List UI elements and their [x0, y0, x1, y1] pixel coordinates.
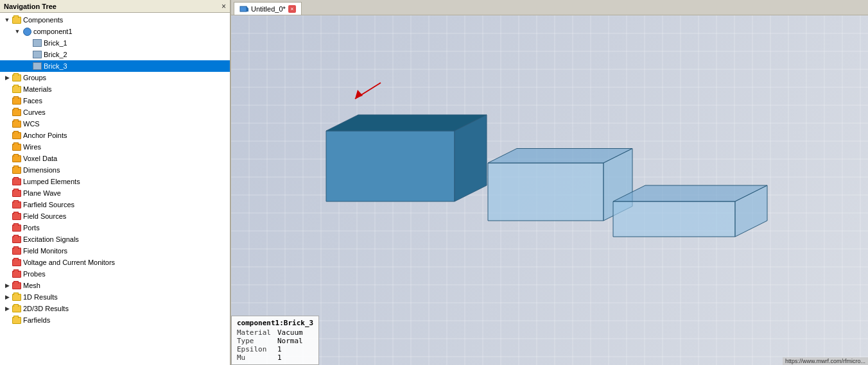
tree-item-mesh[interactable]: ▶Mesh — [0, 280, 230, 291]
tree-item-probes[interactable]: Probes — [0, 268, 230, 280]
navigation-tree: Navigation Tree × ▼Components▼component1… — [0, 0, 231, 365]
viewport: Untitled_0* × component1:Brick_3 Materia… — [231, 0, 868, 365]
tree-item-field-monitors[interactable]: Field Monitors — [0, 245, 230, 257]
tree-item-brick1[interactable]: Brick_1 — [0, 37, 230, 49]
tree-item-label: Probes — [23, 270, 46, 278]
folder-yellow-icon — [12, 84, 22, 94]
content-area: Navigation Tree × ▼Components▼component1… — [0, 0, 868, 365]
tree-item-excitation-signals[interactable]: Excitation Signals — [0, 233, 230, 245]
canvas-area[interactable]: component1:Brick_3 MaterialVacuumTypeNor… — [231, 15, 868, 365]
tree-item-voltage-current[interactable]: Voltage and Current Monitors — [0, 257, 230, 268]
folder-orange-icon — [12, 165, 22, 175]
svg-rect-0 — [240, 6, 247, 12]
tree-item-label: Brick_3 — [44, 62, 67, 70]
tree-item-wires[interactable]: Wires — [0, 141, 230, 153]
tree-item-faces[interactable]: Faces — [0, 95, 230, 106]
info-rows: MaterialVacuumTypeNormalEpsilon1Mu1 — [237, 328, 313, 362]
tree-item-dimensions[interactable]: Dimensions — [0, 164, 230, 176]
folder-red-icon — [12, 269, 22, 279]
tree-item-component1[interactable]: ▼component1 — [0, 26, 230, 37]
tree-item-farfields[interactable]: Farfields — [0, 314, 230, 326]
tree-item-label: WCS — [23, 120, 40, 128]
folder-red-icon — [12, 199, 22, 210]
tree-item-results-1d[interactable]: ▶1D Results — [0, 291, 230, 303]
brick-icon — [32, 38, 42, 48]
info-row-label: Type — [237, 337, 272, 345]
folder-yellow-icon — [12, 303, 22, 314]
info-row: Mu1 — [237, 353, 313, 362]
tree-item-label: Lumped Elements — [23, 178, 80, 185]
tree-item-label: Excitation Signals — [23, 235, 79, 243]
tree-item-label: Ports — [23, 224, 40, 232]
folder-yellow-icon — [12, 292, 22, 302]
folder-red-icon — [12, 246, 22, 256]
info-overlay: component1:Brick_3 MaterialVacuumTypeNor… — [231, 316, 319, 365]
tree-item-label: Components — [23, 16, 63, 24]
tree-item-label: Dimensions — [23, 166, 60, 174]
tree-item-field-sources[interactable]: Field Sources — [0, 210, 230, 222]
brick-icon — [32, 49, 42, 60]
folder-red-icon — [12, 257, 22, 267]
info-row-label: Epsilon — [237, 345, 272, 353]
folder-yellow-icon — [12, 15, 22, 25]
tree-item-results-2d3d[interactable]: ▶2D/3D Results — [0, 303, 230, 314]
tab-untitled[interactable]: Untitled_0* × — [234, 2, 302, 15]
tree-item-farfield-sources[interactable]: Farfield Sources — [0, 199, 230, 210]
tree-item-curves[interactable]: Curves — [0, 106, 230, 118]
nav-tree-title: Navigation Tree — [4, 3, 56, 10]
folder-red-icon — [12, 188, 22, 198]
folder-red-icon — [12, 176, 22, 187]
tree-item-groups[interactable]: ▶Groups — [0, 72, 230, 83]
url-bar: https://www.mwrf.com/rfmicro... — [783, 357, 868, 365]
tree-item-label: component1 — [33, 28, 73, 35]
3d-viewport-canvas[interactable] — [231, 15, 868, 365]
info-row: Epsilon1 — [237, 345, 313, 353]
tree-item-label: 1D Results — [23, 293, 58, 301]
tree-item-label: Farfields — [23, 316, 50, 324]
tree-item-label: Wires — [23, 143, 41, 151]
tree-item-ports[interactable]: Ports — [0, 222, 230, 233]
tree-item-label: Field Sources — [23, 212, 66, 220]
tree-item-wcs[interactable]: WCS — [0, 118, 230, 130]
tree-item-label: Curves — [23, 108, 46, 116]
nav-tree-header: Navigation Tree × — [0, 0, 230, 13]
tree-item-label: Groups — [23, 74, 46, 81]
tree-item-label: Faces — [23, 97, 42, 105]
component-icon — [22, 26, 32, 37]
info-title: component1:Brick_3 — [237, 319, 313, 327]
tree-item-label: Plane Wave — [23, 189, 61, 197]
folder-yellow-icon — [12, 72, 22, 83]
tree-item-label: Materials — [23, 85, 52, 93]
tree-item-lumped-elements[interactable]: Lumped Elements — [0, 176, 230, 187]
tree-item-materials[interactable]: Materials — [0, 83, 230, 95]
tree-item-label: Voxel Data — [23, 155, 57, 162]
folder-yellow-icon — [12, 315, 22, 325]
tree-item-brick3[interactable]: Brick_3 — [0, 60, 230, 72]
tree-item-label: Farfield Sources — [23, 201, 74, 208]
tree-item-label: 2D/3D Results — [23, 305, 69, 312]
tree-item-voxel-data[interactable]: Voxel Data — [0, 153, 230, 164]
tree-item-label: Anchor Points — [23, 132, 67, 139]
main-container: Navigation Tree × ▼Components▼component1… — [0, 0, 868, 365]
tree-item-label: Field Monitors — [23, 247, 67, 255]
folder-red-icon — [12, 280, 22, 291]
folder-red-icon — [12, 211, 22, 221]
info-row: TypeNormal — [237, 337, 313, 345]
tree-item-label: Brick_1 — [44, 39, 67, 47]
tree-item-anchor-points[interactable]: Anchor Points — [0, 130, 230, 141]
info-row-value: 1 — [277, 353, 282, 362]
tree-item-brick2[interactable]: Brick_2 — [0, 49, 230, 60]
folder-orange-icon — [12, 119, 22, 129]
info-row-value: Normal — [277, 337, 303, 345]
folder-orange-icon — [12, 142, 22, 152]
tab-close-button[interactable]: × — [288, 5, 296, 13]
tree-item-label: Brick_2 — [44, 51, 67, 58]
info-row-label: Material — [237, 328, 272, 337]
info-row: MaterialVacuum — [237, 328, 313, 337]
tree-item-plane-wave[interactable]: Plane Wave — [0, 187, 230, 199]
nav-tree-close-button[interactable]: × — [221, 2, 226, 11]
tab-icon — [239, 4, 248, 13]
folder-orange-icon — [12, 96, 22, 106]
tree-item-components[interactable]: ▼Components — [0, 14, 230, 26]
folder-orange-icon — [12, 153, 22, 164]
